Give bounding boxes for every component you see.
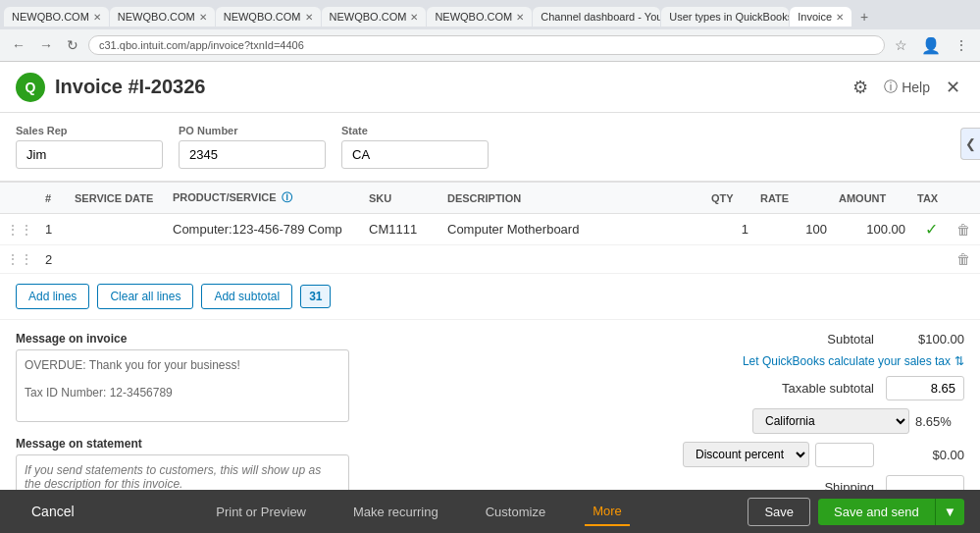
close-button[interactable]: ✕ [942, 73, 964, 102]
po-number-input[interactable] [179, 140, 326, 169]
help-circle-icon: ⓘ [884, 79, 898, 96]
col-header-rate: RATE [754, 183, 833, 214]
footer-middle: Print or Preview Make recurring Customiz… [90, 498, 748, 526]
tab-1[interactable]: NEWQBO.COM✕ [4, 7, 109, 27]
make-recurring-button[interactable]: Make recurring [345, 499, 446, 525]
state-label: State [341, 125, 489, 136]
cancel-button[interactable]: Cancel [16, 496, 90, 527]
taxable-subtotal-input[interactable] [886, 376, 964, 400]
service-date-1[interactable] [69, 214, 167, 245]
tab-6[interactable]: Channel dashboard - YouT...✕ [533, 7, 660, 27]
clear-all-lines-button[interactable]: Clear all lines [97, 284, 193, 309]
sku-1[interactable]: CM1111 [363, 214, 441, 245]
delete-row-2[interactable]: 🗑 [951, 245, 980, 274]
qty-1[interactable]: 1 [705, 214, 754, 245]
qty-2[interactable] [705, 245, 754, 274]
fields-row: Sales Rep PO Number State [0, 113, 980, 182]
menu-button[interactable]: ⋮ [951, 35, 972, 55]
subtotal-row: Subtotal $100.00 [369, 332, 964, 346]
table-row: ⋮⋮ 2 🗑 [0, 245, 980, 274]
tab-close-5[interactable]: ✕ [516, 12, 524, 23]
profile-button[interactable]: 👤 [917, 34, 945, 57]
discount-input[interactable] [815, 443, 874, 467]
invoice-message-textarea[interactable]: OVERDUE: Thank you for your business! Ta… [16, 349, 349, 422]
drag-handle-2[interactable]: ⋮⋮ [0, 245, 39, 274]
tab-close-3[interactable]: ✕ [305, 12, 313, 23]
save-and-send-button[interactable]: Save and send [818, 499, 935, 525]
rate-1[interactable]: 100 [754, 214, 833, 245]
product-1[interactable]: Computer:123-456-789 Comp [167, 214, 363, 245]
invoice-table: # SERVICE DATE PRODUCT/SERVICE ⓘ SKU DES… [0, 182, 980, 274]
state-tax-row: California 8.65% [369, 408, 964, 434]
rate-2[interactable] [754, 245, 833, 274]
save-button[interactable]: Save [748, 498, 810, 526]
service-date-2[interactable] [69, 245, 167, 274]
tax-link-row: Let QuickBooks calculate your sales tax … [369, 354, 964, 368]
check-icon: ✓ [925, 221, 938, 238]
help-button[interactable]: ⓘ Help [884, 79, 930, 96]
more-button[interactable]: More [585, 498, 630, 526]
sales-rep-input[interactable] [16, 140, 163, 169]
state-input[interactable] [341, 140, 489, 169]
tab-close-4[interactable]: ✕ [410, 12, 418, 23]
tab-3[interactable]: NEWQBO.COM✕ [216, 7, 321, 27]
main-content: # SERVICE DATE PRODUCT/SERVICE ⓘ SKU DES… [0, 182, 980, 533]
tab-2[interactable]: NEWQBO.COM✕ [110, 7, 215, 27]
product-2[interactable] [167, 245, 363, 274]
description-2[interactable] [441, 245, 705, 274]
tab-close-2[interactable]: ✕ [199, 12, 207, 23]
sku-2[interactable] [363, 245, 441, 274]
discount-select[interactable]: Discount percent [683, 442, 809, 467]
footer: Cancel Print or Preview Make recurring C… [0, 490, 980, 533]
tax-checkbox-1[interactable]: ✓ [911, 214, 951, 245]
line-actions: Add lines Clear all lines Add subtotal 3… [0, 274, 980, 320]
row-num-2: 2 [39, 245, 69, 274]
add-subtotal-button[interactable]: Add subtotal [201, 284, 292, 309]
tab-7[interactable]: User types in QuickBooks ...✕ [661, 7, 789, 27]
header-right: ⚙ ⓘ Help ✕ [849, 73, 964, 102]
customize-button[interactable]: Customize [478, 499, 553, 525]
tab-5[interactable]: NEWQBO.COM✕ [427, 7, 532, 27]
po-number-field-group: PO Number [179, 125, 326, 169]
delete-row-1[interactable]: 🗑 [951, 214, 980, 245]
reload-button[interactable]: ↻ [63, 35, 82, 55]
forward-button[interactable]: → [35, 35, 57, 55]
bookmark-button[interactable]: ☆ [891, 35, 911, 55]
settings-button[interactable]: ⚙ [849, 73, 872, 102]
browser-chrome: NEWQBO.COM✕ NEWQBO.COM✕ NEWQBO.COM✕ NEWQ… [0, 0, 980, 62]
col-header-amount: AMOUNT [833, 183, 911, 214]
invoice-message-label: Message on invoice [16, 332, 349, 346]
app-logo: Q [16, 73, 45, 102]
col-header-sku: SKU [363, 183, 441, 214]
trash-icon-1[interactable]: 🗑 [956, 222, 970, 238]
drag-handle-1[interactable]: ⋮⋮ [0, 214, 39, 245]
url-input[interactable] [88, 35, 885, 55]
product-info-icon: ⓘ [282, 191, 292, 203]
address-bar: ← → ↻ ☆ 👤 ⋮ [0, 29, 980, 61]
back-button[interactable]: ← [8, 35, 29, 55]
collapse-panel-button[interactable]: ❮ [960, 128, 980, 160]
page-title: Invoice #I-20326 [55, 76, 205, 98]
state-select[interactable]: California [752, 408, 909, 434]
add-lines-button[interactable]: Add lines [16, 284, 89, 309]
tax-calculate-link[interactable]: Let QuickBooks calculate your sales tax … [743, 354, 964, 368]
print-preview-button[interactable]: Print or Preview [208, 499, 314, 525]
subtotal-value: $100.00 [886, 332, 964, 346]
po-number-label: PO Number [179, 125, 326, 136]
tax-checkbox-2[interactable] [911, 245, 951, 274]
tab-4[interactable]: NEWQBO.COM✕ [322, 7, 427, 27]
new-tab-button[interactable]: + [856, 7, 872, 27]
col-header-date: SERVICE DATE [69, 183, 167, 214]
amount-1: 100.00 [833, 214, 911, 245]
tab-close-1[interactable]: ✕ [93, 12, 101, 23]
sales-rep-label: Sales Rep [16, 125, 163, 136]
save-send-group: Save and send ▼ [818, 499, 964, 525]
tab-close-8[interactable]: ✕ [836, 12, 844, 23]
save-send-dropdown-button[interactable]: ▼ [935, 499, 964, 525]
discount-row: Discount percent $0.00 [369, 442, 964, 467]
description-1[interactable]: Computer Motherboard [441, 214, 705, 245]
subtotal-label: Subtotal [756, 332, 874, 346]
tax-rate-display: 8.65% [915, 414, 964, 429]
tab-8-active[interactable]: Invoice✕ [790, 7, 851, 27]
trash-icon-2[interactable]: 🗑 [956, 251, 970, 267]
